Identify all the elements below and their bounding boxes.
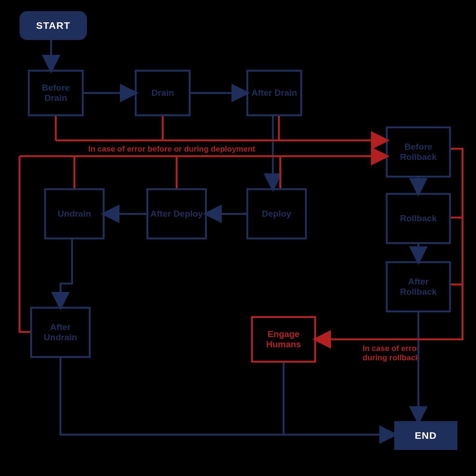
node-before-drain: Before Drain (28, 70, 84, 116)
node-after-rollback: After Rollback (386, 261, 451, 312)
end-terminal: END (394, 421, 457, 450)
node-undrain: Undrain (44, 188, 105, 239)
node-rollback: Rollback (386, 193, 451, 244)
label-error-rollback: In case of error during rollback (363, 344, 437, 362)
node-deploy: Deploy (246, 188, 307, 239)
node-drain: Drain (135, 70, 191, 116)
flowchart: START END Before Drain Drain After Drain… (0, 0, 476, 476)
label-error-deploy: In case of error before or during deploy… (88, 145, 255, 154)
node-engage-humans: Engage Humans (251, 316, 316, 363)
node-after-undrain: After Undrain (30, 307, 91, 358)
start-terminal: START (20, 11, 87, 40)
node-before-rollback: Before Rollback (386, 126, 451, 178)
node-after-deploy: After Deploy (146, 188, 207, 239)
node-after-drain: After Drain (246, 70, 302, 116)
